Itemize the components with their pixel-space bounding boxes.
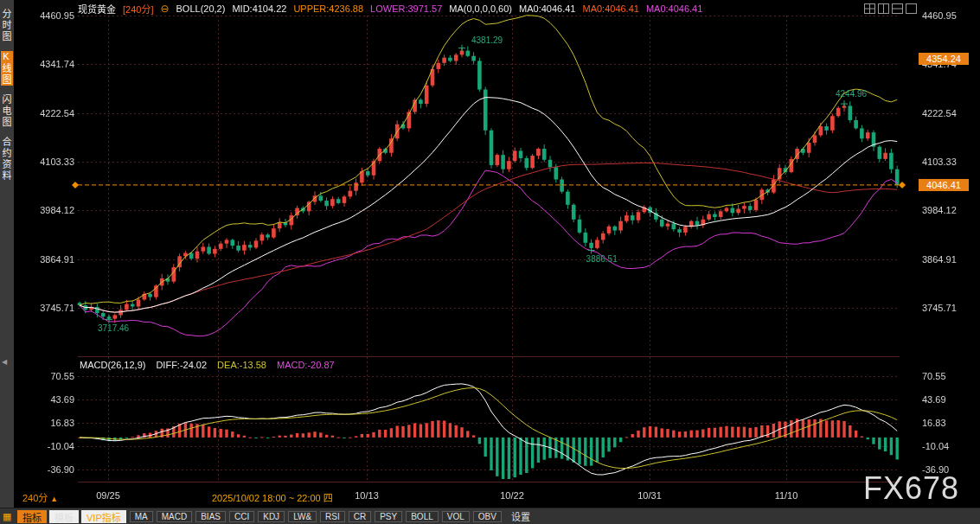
price-axis-label-left: 4222.54 [31,108,74,118]
price-badge: 4046.41 [919,179,969,191]
timeframe-label: [240分] [123,2,153,16]
price-axis-label-left: 4460.95 [31,10,74,21]
timeframe-selector[interactable]: 240分▲ [22,490,58,504]
ma-params-label: MA(0,0,0,0,60) [449,3,512,14]
macd-axis-label-right: 43.69 [922,394,974,405]
macd-axis-label-right: 16.83 [922,418,974,428]
time-axis-label: 09/25 [96,490,120,501]
ma0-value-3: MA0:4046.41 [646,3,702,14]
indicator-button-macd[interactable]: MACD [157,511,192,522]
ma0-value-1: MA0:4046.41 [519,3,575,14]
price-axis-label-left: 4341.74 [31,59,74,69]
time-axis-label: 11/10 [775,490,798,501]
sidebar-item-4[interactable]: 合约资料 [1,137,13,182]
toolbar-tab-1[interactable]: 指标 [17,510,47,523]
price-axis-label-left: 3745.71 [31,303,74,313]
settings-button[interactable]: 设置 [504,509,537,523]
ma0-value-2: MA0:4046.41 [582,3,638,14]
selected-candle-time-label: 2025/10/02 18:00 ~ 22:00 四 [212,490,333,504]
layout-icon-group [864,3,917,14]
macd-params-label: MACD(26,12,9) [80,360,145,370]
price-axis-label-left: 4103.33 [31,157,74,167]
indicator-button-vol[interactable]: VOL [442,511,470,522]
indicator-button-psy[interactable]: PSY [375,511,402,522]
macd-axis-label-left: 43.69 [31,394,74,405]
left-sidebar: ◀ 分时图K线图闪电图合约资料 [0,0,14,524]
price-axis-label-right: 4103.33 [922,157,974,167]
layout-grid-4-icon[interactable] [864,3,875,14]
macd-axis-label-left: 70.55 [31,371,74,381]
price-axis-label-right: 3745.71 [922,303,974,313]
indicator-marker-icon[interactable]: ⊖ [160,3,169,14]
price-badge: 4354.24 [919,53,969,65]
indicator-button-bias[interactable]: BIAS [195,511,226,522]
boll-upper-value: UPPER:4236.88 [293,3,363,14]
price-axis-label-right: 3984.12 [922,205,974,215]
bottom-toolbar: ▦指标模板VIP指标MAMACDBIASCCIKDJLW&RSICRPSYBOL… [0,508,980,524]
trading-app-window: 现货黄金 [240分] ⊖ BOLL(20,2) MID:4104.22 UPP… [0,0,980,524]
indicator-button-obv[interactable]: OBV [473,511,502,522]
timeframe-selector-label: 240分 [22,493,48,503]
macd-axis-label-left: -36.90 [31,464,74,475]
toolbar-tab-2[interactable]: 模板 [49,510,79,523]
boll-mid-value: MID:4104.22 [232,3,286,14]
indicator-button-lw[interactable]: LW& [288,511,317,522]
indicator-button-rsi[interactable]: RSI [320,511,345,522]
macd-diff-value: DIFF:-24.02 [156,360,207,370]
toolbar-tab-3[interactable]: VIP指标 [81,510,126,523]
sidebar-item-1[interactable]: 分时图 [1,9,13,42]
macd-axis-label-right: -10.04 [922,441,974,451]
time-axis-label: 10/22 [500,490,524,501]
price-axis-label-right: 3864.91 [922,254,974,265]
macd-legend: MACD(26,12,9) DIFF:-24.02 DEA:-13.58 MAC… [80,360,335,370]
toolbar-grid-icon[interactable]: ▦ [3,511,15,522]
macd-axis-label-right: 70.55 [922,371,974,381]
watermark: FX678 [863,470,959,507]
indicator-button-cr[interactable]: CR [349,511,371,522]
layout-hsplit-icon[interactable] [892,3,903,14]
sidebar-item-2[interactable]: K线图 [1,51,13,86]
price-axis-label-right: 4222.54 [922,108,974,118]
indicator-button-cci[interactable]: CCI [229,511,254,522]
time-axis-label: 10/31 [637,490,662,501]
macd-axis-label-left: 16.83 [31,418,74,428]
macd-macd-value: MACD:-20.87 [277,360,335,370]
panel-collapse-icon[interactable]: ◀ [2,358,7,366]
indicator-button-boll[interactable]: BOLL [406,511,439,522]
layout-vsplit-icon[interactable] [878,3,889,14]
symbol-title: 现货黄金 [78,2,116,16]
indicator-button-kdj[interactable]: KDJ [258,511,285,522]
macd-dea-value: DEA:-13.58 [217,360,266,370]
price-axis-label-right: 4460.95 [922,10,974,21]
indicator-button-ma[interactable]: MA [130,511,153,522]
boll-lower-value: LOWER:3971.57 [370,3,442,14]
chart-header: 现货黄金 [240分] ⊖ BOLL(20,2) MID:4104.22 UPP… [78,2,702,15]
price-axis-label-left: 3864.91 [31,254,74,265]
price-axis-label-left: 3984.12 [31,205,74,215]
boll-params-label: BOLL(20,2) [176,3,226,14]
layout-single-icon[interactable] [906,3,917,14]
sidebar-item-3[interactable]: 闪电图 [1,94,13,128]
candlestick-chart-canvas[interactable] [0,0,980,524]
time-axis-label: 10/13 [355,490,379,501]
timeframe-up-triangle-icon: ▲ [50,495,58,503]
macd-axis-label-left: -10.04 [31,441,74,451]
